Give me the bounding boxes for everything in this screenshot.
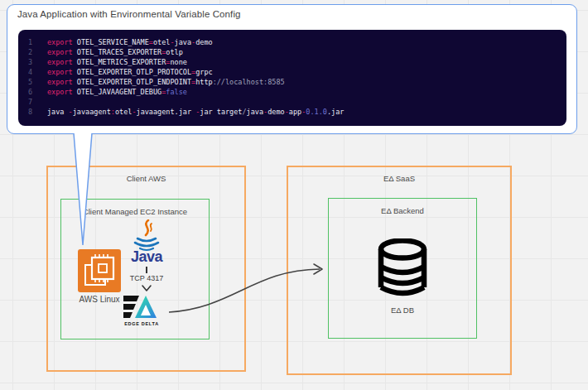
line-number: 4 <box>18 67 40 77</box>
code-text: export OTEL_EXPORTER_OTLP_PROTOCOL=grpc <box>47 67 213 77</box>
code-text: export OTEL_JAVAAGENT_DEBUG=false <box>47 87 187 97</box>
java-logo-icon <box>130 219 163 253</box>
edge-delta-logo-icon <box>123 295 157 319</box>
code-line: 3export OTEL_METRICS_EXPORTER=none <box>18 57 566 67</box>
java-to-edgedelta-line <box>146 267 147 273</box>
down-arrow-icon <box>141 284 152 292</box>
aws-ec2-icon <box>78 249 121 292</box>
code-text: java -javaagent:otel-javaagent.jar -jar … <box>47 107 344 117</box>
line-number: 7 <box>18 97 40 107</box>
code-text: export OTEL_EXPORTER_OTLP_ENDPOINT=http:… <box>47 77 285 87</box>
line-number: 6 <box>18 87 40 97</box>
callout-panel: Java Application with Environmental Vari… <box>7 4 577 134</box>
aws-linux-label: AWS Linux <box>70 295 129 304</box>
java-logo-label: Java <box>122 248 171 266</box>
code-line: 2export OTEL_TRACES_EXPORTER=otlp <box>18 47 566 57</box>
aws-ec2-chip-icon <box>78 249 121 292</box>
code-line: 6export OTEL_JAVAAGENT_DEBUG=false <box>18 87 566 97</box>
ec2-instance-label: Client Managed EC2 Instance <box>61 207 209 216</box>
code-text: export OTEL_TRACES_EXPORTER=otlp <box>47 47 183 57</box>
database-icon <box>374 238 431 300</box>
code-line: 7 <box>18 97 566 107</box>
tcp-port-label: TCP 4317 <box>118 274 176 282</box>
edge-delta-logo-label: EDGE DELTA <box>115 321 168 326</box>
line-number: 5 <box>18 77 40 87</box>
code-text: export OTEL_METRICS_EXPORTER=none <box>47 57 187 67</box>
code-block: 1export OTEL_SERVICE_NAME=otel-java-demo… <box>18 30 566 126</box>
code-line: 4export OTEL_EXPORTER_OTLP_PROTOCOL=grpc <box>18 67 566 77</box>
saas-label: EΔ SaaS <box>288 174 510 183</box>
line-number: 1 <box>18 37 40 47</box>
panel-title: Java Application with Environmental Vari… <box>17 9 241 19</box>
code-line: 5export OTEL_EXPORTER_OTLP_ENDPOINT=http… <box>18 77 566 87</box>
db-label: EΔ DB <box>369 306 436 315</box>
client-aws-label: Client AWS <box>48 174 244 183</box>
line-number: 8 <box>18 107 40 117</box>
line-number: 2 <box>18 47 40 57</box>
code-line: 8java -javaagent:otel-javaagent.jar -jar… <box>18 107 566 117</box>
code-line: 1export OTEL_SERVICE_NAME=otel-java-demo <box>18 37 566 47</box>
line-number: 3 <box>18 57 40 67</box>
backend-label: EΔ Backend <box>329 206 476 215</box>
code-text: export OTEL_SERVICE_NAME=otel-java-demo <box>47 37 213 47</box>
diagram-canvas: Java Application with Environmental Vari… <box>0 0 588 390</box>
